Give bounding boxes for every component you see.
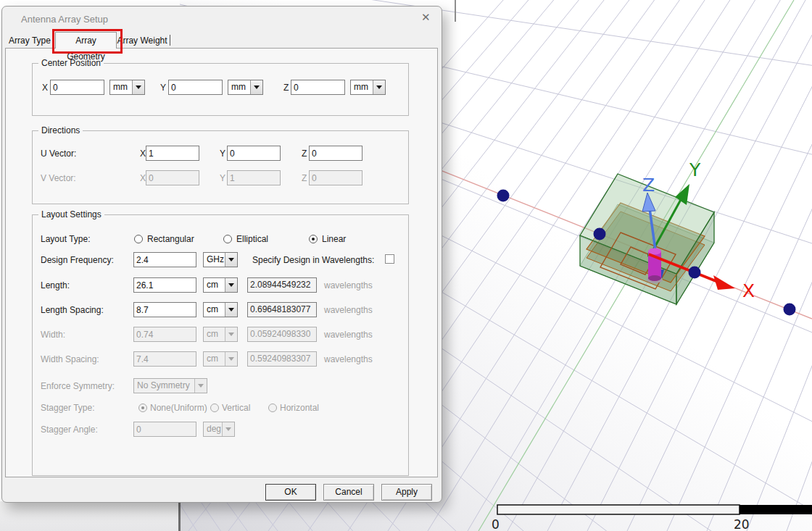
feed-probe-cylinder: [647, 248, 663, 284]
unit-value: deg: [204, 422, 222, 436]
length-spacing-input[interactable]: [133, 302, 196, 317]
length-spacing-unit-combo[interactable]: cm: [203, 302, 238, 317]
u-x-input[interactable]: [146, 146, 199, 161]
stagger-angle-input: [133, 422, 196, 437]
radio-none-uniform: [138, 404, 147, 412]
radio-linear[interactable]: [309, 235, 318, 243]
scale-start-label: 0: [492, 517, 500, 531]
tab-separator: [170, 35, 170, 46]
tab-array-type[interactable]: Array Type: [6, 33, 54, 48]
wavelengths-suffix: wavelengths: [324, 330, 373, 340]
radio-vertical-label: Vertical: [222, 403, 250, 413]
tab-array-weight[interactable]: Array Weight: [117, 33, 167, 48]
length-label: Length:: [41, 280, 70, 290]
stagger-type-label: Stagger Type:: [41, 403, 95, 413]
dropdown-arrow-icon: [225, 303, 237, 317]
dropdown-arrow-icon: [250, 80, 262, 94]
radio-vertical: [210, 404, 219, 412]
v-z-input: [309, 170, 362, 185]
center-z-input[interactable]: [291, 80, 345, 95]
array-geometry-tab-page: Center Position X mm Y mm Z mm: [5, 48, 438, 477]
unit-value: mm: [110, 80, 132, 94]
array-element-dot: [689, 267, 701, 279]
unit-value: mm: [351, 80, 373, 94]
panel-divider[interactable]: [178, 501, 181, 531]
v-y-input: [227, 170, 281, 185]
grid-line: [707, 0, 812, 531]
dropdown-arrow-icon: [225, 278, 237, 292]
design-frequency-unit-combo[interactable]: GHz: [203, 252, 238, 267]
v-vector-label: V Vector:: [41, 173, 76, 183]
length-spacing-wavelengths-field: 0.69648183077: [247, 302, 317, 317]
u-x-label: X: [140, 149, 146, 159]
group-legend: Directions: [38, 125, 83, 135]
dropdown-arrow-icon: [373, 80, 385, 94]
radio-rectangular[interactable]: [134, 235, 143, 243]
group-legend: Layout Settings: [38, 209, 104, 219]
width-input: [133, 327, 196, 342]
dropdown-arrow-icon: [225, 352, 237, 366]
center-x-input[interactable]: [50, 80, 104, 95]
dropdown-arrow-icon: [225, 327, 237, 341]
stagger-angle-label: Stagger Angle:: [41, 425, 98, 435]
dropdown-arrow-icon: [222, 422, 234, 436]
dropdown-arrow-icon: [194, 379, 207, 393]
unit-value: cm: [204, 327, 225, 341]
v-y-label: Y: [220, 173, 225, 183]
width-spacing-input: [133, 351, 196, 367]
array-element-dot: [497, 190, 510, 202]
ok-button[interactable]: OK: [265, 484, 316, 501]
scale-end-label: 20: [734, 517, 750, 531]
z-axis-label: Z: [642, 175, 655, 196]
stagger-angle-unit-combo: deg: [203, 422, 235, 437]
v-x-input: [146, 170, 199, 185]
length-input[interactable]: [133, 277, 196, 293]
center-y-input[interactable]: [168, 80, 223, 95]
length-wavelengths-field: 2.08944549232: [247, 277, 317, 293]
width-label: Width:: [41, 330, 65, 340]
unit-value: cm: [204, 303, 225, 317]
radio-none-uniform-label: None(Uniform): [150, 403, 207, 413]
scale-bar: 0 20: [492, 505, 812, 531]
width-spacing-wavelengths-field: 0.59240983307: [247, 351, 317, 367]
length-unit-combo[interactable]: cm: [203, 277, 238, 293]
radio-horizontal-label: Horizontal: [280, 403, 319, 413]
width-wavelengths-field: 0.05924098330: [247, 327, 317, 342]
u-y-label: Y: [220, 149, 225, 159]
unit-value: cm: [204, 278, 225, 292]
cancel-button[interactable]: Cancel: [323, 484, 374, 501]
radio-elliptical[interactable]: [223, 235, 232, 243]
close-icon[interactable]: ✕: [421, 11, 431, 24]
application-window: X Y Z 0 20 Antenna Array Setup ✕ Array T…: [0, 0, 812, 531]
specify-wavelengths-checkbox[interactable]: [385, 254, 394, 264]
design-frequency-input[interactable]: [133, 252, 196, 267]
directions-group: Directions U Vector: X Y Z V Vector: X Y…: [32, 130, 409, 204]
radio-linear-label: Linear: [322, 234, 346, 244]
wavelengths-suffix: wavelengths: [324, 354, 373, 364]
center-x-unit-combo[interactable]: mm: [109, 80, 145, 95]
tab-array-geometry[interactable]: Array Geometry: [55, 32, 117, 49]
y-axis-label: Y: [689, 159, 701, 180]
u-z-label: Z: [302, 149, 307, 159]
radio-elliptical-label: Elliptical: [236, 234, 268, 244]
u-y-input[interactable]: [227, 146, 281, 161]
apply-button[interactable]: Apply: [381, 484, 432, 501]
u-vector-label: U Vector:: [41, 149, 76, 159]
layout-type-label: Layout Type:: [41, 234, 91, 244]
dropdown-arrow-icon: [225, 253, 237, 267]
width-spacing-label: Width Spacing:: [41, 354, 99, 364]
v-x-label: X: [140, 173, 146, 183]
center-x-label: X: [42, 83, 48, 93]
center-z-unit-combo[interactable]: mm: [350, 80, 386, 95]
combo-value: No Symmetry: [134, 379, 194, 393]
v-z-label: Z: [302, 173, 307, 183]
bottom-left-panel: [0, 501, 178, 531]
wavelengths-suffix: wavelengths: [324, 305, 373, 315]
width-spacing-unit-combo: cm: [203, 351, 238, 367]
center-y-unit-combo[interactable]: mm: [228, 80, 263, 95]
u-z-input[interactable]: [309, 146, 362, 161]
center-y-label: Y: [160, 83, 166, 93]
wavelengths-suffix: wavelengths: [324, 280, 373, 290]
grid-line: [799, 0, 812, 531]
dropdown-arrow-icon: [132, 80, 144, 94]
